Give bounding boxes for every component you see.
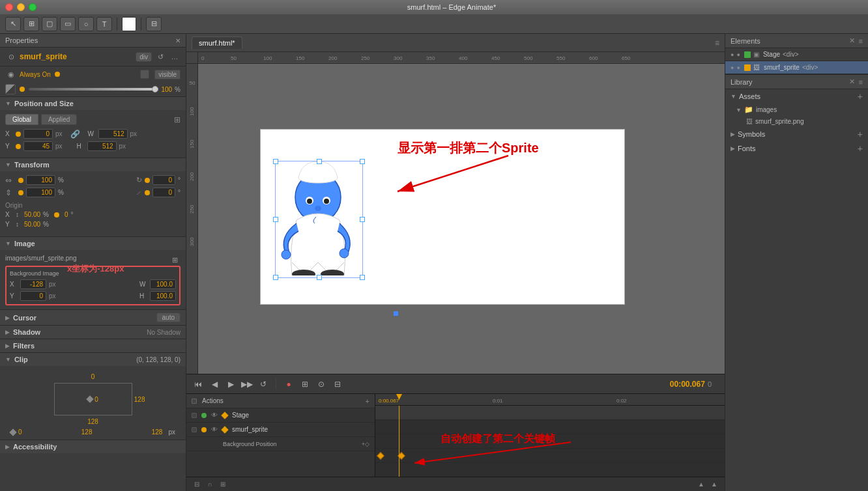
assets-label: Assets	[739, 92, 760, 100]
image-section-header[interactable]: ▼ Image	[0, 236, 186, 250]
smurf-track: 👁 smurf_sprite	[186, 423, 375, 437]
stop-motion-button[interactable]: ⊞	[298, 378, 311, 391]
canvas-stage[interactable]: 显示第一排第二个Sprite	[260, 129, 625, 305]
bg-h-input[interactable]: 100.0	[150, 291, 176, 301]
minimize-button[interactable]	[17, 3, 25, 11]
handle-bl[interactable]	[273, 275, 278, 280]
scroll-left-btn[interactable]: ▲	[696, 479, 706, 490]
cursor-title: Cursor	[13, 314, 36, 322]
scroll-right-btn[interactable]: ▲	[709, 479, 719, 490]
bg-y-input[interactable]: 0	[20, 291, 46, 301]
next-button[interactable]: ▶▶	[240, 378, 253, 391]
smurf-element-row[interactable]: ● ● 🖼 smurf_sprite <div>	[725, 61, 868, 74]
svg-text:550: 550	[557, 55, 566, 61]
flag-btn[interactable]: ⊞	[218, 479, 228, 490]
pin-button[interactable]: ⊙	[315, 378, 328, 391]
ruler-corner	[186, 52, 198, 63]
image-browse-icon[interactable]: ⊞	[169, 254, 181, 266]
scale-x-input[interactable]: 100	[26, 175, 55, 185]
visibility-icon[interactable]	[140, 70, 149, 79]
svg-point-29	[340, 249, 349, 258]
library-menu-icon[interactable]: ≡	[859, 78, 863, 86]
h-label: H	[77, 143, 85, 150]
handle-mr[interactable]	[360, 217, 365, 222]
record-button[interactable]: ●	[282, 378, 295, 391]
bg-x-label: X	[10, 281, 18, 288]
handle-br[interactable]	[360, 275, 365, 280]
clip-center-val: 0	[94, 396, 98, 403]
plus-btn[interactable]: ∩	[205, 479, 215, 490]
maximize-button[interactable]	[29, 3, 36, 11]
transform-section-header[interactable]: ▼ Transform	[0, 158, 186, 171]
w-input[interactable]: 512	[98, 129, 128, 139]
box-tool[interactable]: ▢	[42, 17, 57, 31]
opacity-value: 100	[161, 86, 172, 93]
actions-add-icon[interactable]: +	[366, 397, 369, 405]
clip-section-header[interactable]: ▼ Clip (0, 128, 128, 0)	[0, 352, 186, 366]
element-name-row: ⊙ smurf_sprite div ↺ …	[0, 48, 186, 66]
toggle-button[interactable]: ⊟	[331, 378, 344, 391]
clock-icon[interactable]: ◉	[5, 68, 17, 80]
keyframe-1[interactable]	[377, 452, 384, 459]
element-icon-btn[interactable]: ⊙	[5, 51, 17, 63]
color-picker[interactable]	[122, 17, 136, 31]
skew-input[interactable]: 0	[152, 188, 175, 197]
h-input[interactable]: 512	[87, 141, 117, 151]
position-size-section-header[interactable]: ▼ Position and Size	[0, 96, 186, 110]
scale-y-input[interactable]: 100	[26, 188, 55, 197]
y-input[interactable]: 45	[23, 141, 53, 151]
handle-tl[interactable]	[273, 159, 278, 164]
grid-tool[interactable]: ⊞	[23, 17, 39, 31]
elements-menu-icon[interactable]: ✕	[849, 36, 855, 45]
smurf-eye[interactable]: 👁	[211, 426, 218, 433]
cursor-section-header[interactable]: ▶ Cursor auto	[0, 309, 186, 325]
cursor-auto-button[interactable]: auto	[156, 313, 181, 322]
stage-eye[interactable]: 👁	[211, 412, 218, 419]
assets-add-icon[interactable]: +	[858, 91, 863, 102]
library-close[interactable]: ✕	[849, 77, 855, 86]
more-icon[interactable]: …	[169, 51, 181, 63]
filter-btn[interactable]: ⊟	[192, 479, 202, 490]
prev-button[interactable]: ◀	[208, 378, 221, 391]
fonts-section-row[interactable]: ▶ Fonts +	[725, 141, 868, 156]
sprite-file-row[interactable]: 🖼 smurf_sprite.png	[725, 116, 868, 127]
shadow-section-header[interactable]: ▶ Shadow No Shadow	[0, 325, 186, 339]
bg-w-input[interactable]: 100.0	[150, 279, 176, 289]
fonts-add-icon[interactable]: +	[858, 143, 863, 154]
elements-options-icon[interactable]: ≡	[859, 37, 863, 45]
prev-keyframe-button[interactable]: ⏮	[192, 378, 205, 391]
handle-tm[interactable]	[317, 159, 322, 164]
lock-icon[interactable]: 🔗	[70, 130, 80, 139]
assets-section-row[interactable]: ▼ Assets +	[725, 89, 868, 104]
opacity-slider[interactable]	[29, 88, 158, 91]
svg-text:300: 300	[189, 237, 195, 246]
rotate-input[interactable]: 0	[152, 175, 175, 185]
loop-button[interactable]: ↺	[257, 378, 270, 391]
applied-button[interactable]: Applied	[41, 114, 77, 125]
canvas-tab[interactable]: smurf.html*	[192, 36, 242, 49]
bg-image-container: Background Image X -128 px W 100.0 Y 0 p…	[5, 266, 181, 305]
clip-diamond	[87, 395, 94, 402]
ellipse-tool[interactable]: ○	[78, 17, 94, 31]
images-folder-row[interactable]: ▼ 📁 images	[725, 104, 868, 116]
origin-x-row: X ↕ 50.00 % 0 °	[5, 211, 181, 218]
filters-section-header[interactable]: ▶ Filters	[0, 339, 186, 352]
handle-bm[interactable]	[317, 275, 322, 280]
rect-tool[interactable]: ▭	[60, 17, 76, 31]
layout-toggle[interactable]: ⊟	[146, 17, 162, 31]
x-input[interactable]: 0	[23, 129, 53, 139]
text-tool[interactable]: T	[96, 17, 112, 31]
arrow-tool[interactable]: ↖	[5, 17, 21, 31]
global-button[interactable]: Global	[5, 114, 38, 125]
symbols-section-row[interactable]: ▶ Symbols +	[725, 127, 868, 141]
play-button[interactable]: ▶	[224, 378, 237, 391]
properties-close[interactable]: ✕	[175, 37, 181, 44]
refresh-icon[interactable]: ↺	[154, 51, 166, 63]
stage-element-row[interactable]: ● ● ▣ Stage <div>	[725, 48, 868, 61]
bg-x-input[interactable]: -128	[20, 279, 46, 289]
close-button[interactable]	[5, 3, 13, 11]
accessibility-section-header[interactable]: ▶ Accessibility	[0, 440, 186, 453]
canvas-menu-icon[interactable]: ≡	[715, 38, 719, 48]
handle-ml[interactable]	[273, 217, 278, 222]
symbols-add-icon[interactable]: +	[858, 129, 863, 139]
